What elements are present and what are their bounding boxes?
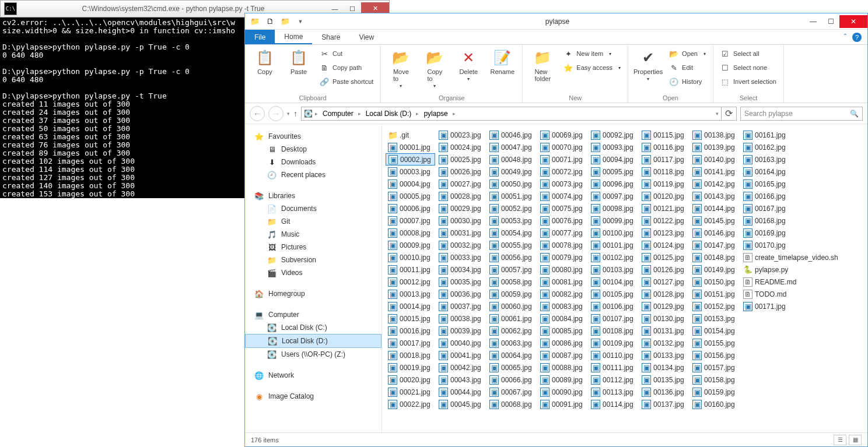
- address-dropdown-icon[interactable]: ▾: [716, 111, 719, 117]
- file-item[interactable]: ▣00094.jpg: [589, 153, 638, 166]
- file-item[interactable]: ▣00039.jpg: [436, 325, 486, 337]
- file-item[interactable]: ▣00121.jpg: [639, 202, 689, 214]
- file-item[interactable]: ▣00108.jpg: [589, 325, 638, 337]
- file-item[interactable]: ▣00140.jpg: [690, 153, 740, 166]
- file-item[interactable]: ▣00128.jpg: [639, 288, 689, 300]
- file-item[interactable]: ▣00082.jpg: [538, 288, 587, 300]
- file-item[interactable]: ▣00029.jpg: [436, 202, 486, 214]
- new-item-button[interactable]: ✦New item▾: [561, 47, 623, 60]
- file-item[interactable]: ▣00134.jpg: [639, 361, 689, 374]
- file-item[interactable]: ▣00157.jpg: [690, 361, 740, 374]
- file-item[interactable]: ▣00076.jpg: [538, 214, 587, 227]
- file-item[interactable]: ▣00155.jpg: [690, 337, 740, 349]
- file-item[interactable]: ▣00118.jpg: [639, 166, 689, 178]
- file-item[interactable]: ▣00154.jpg: [690, 325, 740, 337]
- file-item[interactable]: ▣00144.jpg: [690, 202, 740, 214]
- file-item[interactable]: ▣00115.jpg: [639, 129, 689, 141]
- nav-item-downloads[interactable]: ⬇Downloads: [245, 156, 382, 168]
- file-item[interactable]: ▣00041.jpg: [436, 349, 486, 361]
- file-item[interactable]: ▣00159.jpg: [690, 386, 740, 398]
- file-item[interactable]: ▣00081.jpg: [538, 276, 587, 288]
- qat-newfolder-icon[interactable]: 📁: [279, 15, 292, 28]
- nav-item-git[interactable]: 📁Git: [245, 215, 382, 228]
- file-item[interactable]: ▣00032.jpg: [436, 239, 486, 251]
- file-item[interactable]: ▣00149.jpg: [690, 263, 740, 276]
- file-item[interactable]: ▣00005.jpg: [386, 190, 435, 202]
- file-item[interactable]: ▣00161.jpg: [741, 129, 790, 141]
- explorer-titlebar[interactable]: 📁 🗋 📁 ▼ pylapse — ☐ ✕: [245, 13, 867, 30]
- open-button[interactable]: 📂Open▾: [667, 47, 708, 60]
- file-item[interactable]: ▣00018.jpg: [386, 349, 435, 361]
- file-item[interactable]: ▣00170.jpg: [741, 239, 790, 251]
- file-item[interactable]: ▣00071.jpg: [538, 153, 587, 166]
- file-item[interactable]: ▣00136.jpg: [639, 386, 689, 398]
- file-item[interactable]: ▣00059.jpg: [487, 288, 537, 300]
- nav-libraries[interactable]: 📚Libraries: [245, 189, 382, 202]
- file-item[interactable]: ▣00090.jpg: [538, 386, 587, 398]
- file-item[interactable]: ▣00063.jpg: [487, 337, 537, 349]
- file-item[interactable]: ▣00024.jpg: [436, 141, 486, 153]
- file-item[interactable]: ▣00026.jpg: [436, 166, 486, 178]
- history-button[interactable]: 🕘History: [667, 75, 708, 88]
- file-item[interactable]: ▣00125.jpg: [639, 251, 689, 263]
- file-item[interactable]: ▣00050.jpg: [487, 178, 537, 190]
- file-item[interactable]: ▣00084.jpg: [538, 312, 587, 325]
- file-item[interactable]: ▣00070.jpg: [538, 141, 587, 153]
- file-item[interactable]: ▣00152.jpg: [690, 300, 740, 312]
- file-item[interactable]: ▣00006.jpg: [386, 202, 435, 214]
- view-icons-button[interactable]: ▦: [849, 435, 862, 445]
- file-item[interactable]: ▣00080.jpg: [538, 263, 587, 276]
- nav-item-disk-c[interactable]: 💽Local Disk (C:): [245, 321, 382, 334]
- file-item[interactable]: ▣00102.jpg: [589, 251, 638, 263]
- nav-item-network-drive[interactable]: 💽Users (\\OR-PC) (Z:): [245, 348, 382, 361]
- file-item[interactable]: 🗎README.md: [741, 276, 843, 288]
- edit-button[interactable]: ✎Edit: [667, 61, 708, 74]
- file-item[interactable]: ▣00042.jpg: [436, 361, 486, 374]
- nav-item-music[interactable]: 🎵Music: [245, 228, 382, 241]
- refresh-button[interactable]: ⟳: [722, 107, 737, 121]
- file-item[interactable]: ▣00049.jpg: [487, 166, 537, 178]
- file-item[interactable]: ▣00075.jpg: [538, 202, 587, 214]
- invert-selection-button[interactable]: ⬚Invert selection: [718, 75, 779, 88]
- recent-dropdown-icon[interactable]: ▾: [287, 111, 290, 117]
- file-item[interactable]: 🗎TODO.md: [741, 288, 843, 300]
- file-item[interactable]: ▣00168.jpg: [741, 214, 790, 227]
- file-item[interactable]: ▣00001.jpg: [386, 141, 435, 153]
- file-item[interactable]: ▣00053.jpg: [487, 214, 537, 227]
- close-button[interactable]: ✕: [839, 15, 867, 28]
- file-item[interactable]: ▣00100.jpg: [589, 227, 638, 239]
- file-item[interactable]: 🗎create_timelapse_video.sh: [741, 251, 843, 263]
- nav-item-documents[interactable]: 📄Documents: [245, 202, 382, 215]
- breadcrumb[interactable]: Local Disk (D:): [363, 110, 414, 118]
- file-item[interactable]: ▣00055.jpg: [487, 239, 537, 251]
- file-item[interactable]: ▣00162.jpg: [741, 141, 790, 153]
- file-item[interactable]: ▣00112.jpg: [589, 374, 638, 386]
- file-item[interactable]: ▣00113.jpg: [589, 386, 638, 398]
- file-item[interactable]: ▣00137.jpg: [639, 398, 689, 410]
- forward-button[interactable]: →: [268, 106, 284, 121]
- file-item[interactable]: ▣00014.jpg: [386, 300, 435, 312]
- file-item[interactable]: ▣00038.jpg: [436, 312, 486, 325]
- file-item[interactable]: ▣00138.jpg: [690, 129, 740, 141]
- file-item[interactable]: ▣00106.jpg: [589, 300, 638, 312]
- file-item[interactable]: ▣00099.jpg: [589, 214, 638, 227]
- file-item[interactable]: ▣00160.jpg: [690, 398, 740, 410]
- file-item[interactable]: ▣00056.jpg: [487, 251, 537, 263]
- move-to-button[interactable]: 📂Move to▾: [386, 47, 416, 89]
- file-item[interactable]: ▣00062.jpg: [487, 325, 537, 337]
- file-item[interactable]: ▣00146.jpg: [690, 227, 740, 239]
- file-item[interactable]: ▣00139.jpg: [690, 141, 740, 153]
- file-item[interactable]: ▣00169.jpg: [741, 227, 790, 239]
- file-item[interactable]: ▣00048.jpg: [487, 153, 537, 166]
- file-item[interactable]: ▣00012.jpg: [386, 276, 435, 288]
- file-item[interactable]: ▣00011.jpg: [386, 263, 435, 276]
- tab-share[interactable]: Share: [312, 30, 349, 44]
- copy-to-button[interactable]: 📂Copy to▾: [419, 47, 450, 89]
- file-item[interactable]: ▣00069.jpg: [538, 129, 587, 141]
- file-item[interactable]: ▣00052.jpg: [487, 202, 537, 214]
- file-item[interactable]: ▣00019.jpg: [386, 361, 435, 374]
- help-icon[interactable]: ?: [852, 33, 862, 42]
- file-item[interactable]: ▣00131.jpg: [639, 325, 689, 337]
- file-item[interactable]: ▣00122.jpg: [639, 214, 689, 227]
- back-button[interactable]: ←: [250, 106, 265, 121]
